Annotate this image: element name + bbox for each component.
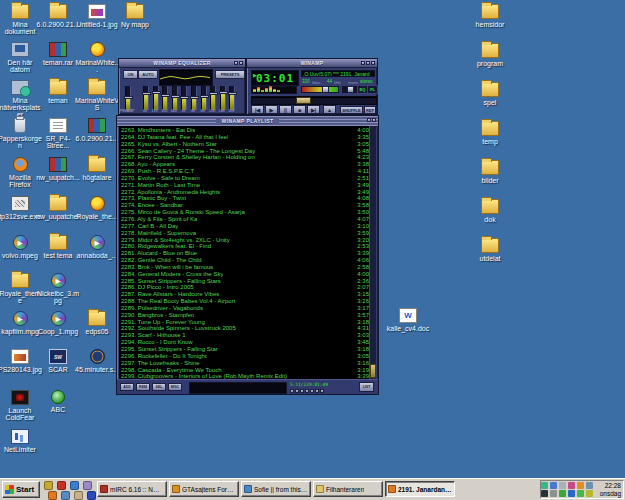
shade-icon[interactable] [234,61,238,65]
taskbar-button-2191-janardana-i-o[interactable]: 2191. Janardana - I.O... [385,481,455,497]
playlist-titlebar-buttons[interactable] [367,118,376,122]
eq-band-slider-1K[interactable] [181,86,187,110]
eq-band-slider-600[interactable] [172,86,178,110]
playlist-mini-controls[interactable] [290,389,324,393]
main-titlebar[interactable]: WINAMP [247,59,377,68]
taskbar-button-filhanteraren[interactable]: Filhanteraren [313,481,383,497]
tray-icon-8[interactable] [550,490,557,497]
eq-on-button[interactable]: ON [123,70,138,79]
eq-band-slider-3K[interactable] [191,86,197,110]
tray-icon-5[interactable] [577,482,584,489]
quicklaunch-ie-icon[interactable] [70,481,79,490]
playlist-row-2265[interactable]: 2265. Kysu vs. Albert - Nothern Star3:05 [121,141,369,148]
seek-bar[interactable] [251,96,377,105]
quicklaunch-calendar-icon[interactable] [74,491,83,500]
eq-slider-thumb[interactable] [180,96,189,99]
eq-presets-button[interactable]: PRESETS [215,70,245,79]
desktop-icon-nw-uupatcher[interactable]: nw_uupatcher [36,196,80,220]
playlist-row-2291[interactable]: 2291. Tune Up - Forever Young3:18 [121,319,369,326]
previous-button[interactable]: |◀ [251,105,264,114]
playlist-row-2292[interactable]: 2292. Southside Spinners - Luvstruck 200… [121,325,369,332]
tray-icon-12[interactable] [586,490,593,497]
winamp-main-window[interactable]: WINAMP 03:01 ▶ .O.Uuv(5:07) *** 2191. Ja… [246,58,378,115]
balance-thumb[interactable] [347,86,354,93]
tray-icon-9[interactable] [559,490,566,497]
winamp-equalizer-window[interactable]: WINAMP EQUALIZER ON AUTO PRESETS PREAMP6… [118,58,246,115]
playlist-row-2271[interactable]: 2271. Martin Roth - Last Time3:49 [121,182,369,189]
playlist-list-button[interactable]: LIST [359,382,374,392]
playlist-row-2266[interactable]: 2266. Sean Callery - 24 Theme - The Long… [121,148,369,155]
eject-button[interactable]: ▲ [323,105,336,114]
spectrum-visualizer[interactable] [251,86,297,94]
pause-button[interactable]: || [279,105,292,114]
close-icon[interactable] [371,61,375,65]
playlist-row-2278[interactable]: 2278. Mainfield - Supernova3:59 [121,230,369,237]
desktop-icon-abc[interactable]: ABC [36,390,80,413]
eq-slider-thumb[interactable] [190,96,199,99]
desktop-icon-royale-the[interactable]: Royale_the... [75,196,119,220]
playlist-row-2287[interactable]: 2287. Rave Allstars - Hardcore Vibes3:15 [121,291,369,298]
playlist-row-2264[interactable]: 2264. DJ Tatana feat. Pee - All that I f… [121,134,369,141]
tray-icon-2[interactable] [550,482,557,489]
playlist-row-2274[interactable]: 2274. Encee - Sandbar3:58 [121,202,369,209]
desktop-icon-sr-p4-stree[interactable]: SR_P4-Stree... [36,118,80,149]
playlist-row-2277[interactable]: 2277. Carl B - All Day3:10 [121,223,369,230]
playlist-row-2297[interactable]: 2297. The Lovefreaks - Shine3:16 [121,360,369,367]
seek-thumb[interactable] [296,97,311,104]
playlist-row-2284[interactable]: 2284. General Moders - Cross the Sky4:00 [121,271,369,278]
playlist-row-2269[interactable]: 2269. Push - R.E.S.P.E.C.T4:11 [121,168,369,175]
quicklaunch-folder-icon[interactable] [61,491,70,500]
desktop-icon-6-0-2900-21[interactable]: 6.0.2900.21... [36,4,80,28]
repeat-button[interactable]: REP [364,106,376,114]
playlist-rem-button[interactable]: REM [136,383,150,391]
eq-slider-thumb[interactable] [228,92,237,95]
eq-slider-thumb[interactable] [209,92,218,95]
quicklaunch-diamond-icon[interactable] [83,481,92,490]
shade-icon[interactable] [366,61,370,65]
equalizer-titlebar-buttons[interactable] [234,61,243,65]
desktop-icon-h-gtalare[interactable]: högtalare [75,157,119,181]
desktop-icon-netlimiter[interactable]: NetLimiter [0,429,42,453]
quicklaunch-n-icon[interactable] [87,491,96,500]
close-icon[interactable] [372,118,376,122]
playlist-scrollbar[interactable] [369,126,376,380]
tray-clock[interactable]: 22:28 onsdag [596,482,623,498]
equalizer-titlebar[interactable]: WINAMP EQUALIZER [119,59,245,68]
eq-preamp-slider[interactable] [125,86,131,110]
desktop-icon-marinawhitevs[interactable]: MarinaWhiteVS [75,80,119,111]
minimize-icon[interactable] [361,61,365,65]
desktop-icon-6-0-2900-21[interactable]: 6.0.2900.21... [75,118,119,142]
playlist-row-2268[interactable]: 2268. Ayu - Appears3:38 [121,161,369,168]
eq-slider-thumb[interactable] [161,94,170,97]
desktop-icon-coop-1-mpg[interactable]: ▶Coop_1.mpg [36,311,80,335]
stop-button[interactable]: ■ [293,105,306,114]
playlist-row-2279[interactable]: 2279. Midor & Six4eight vs. 2XLC - Unity… [121,237,369,244]
playlist-row-2295[interactable]: 2295. Sunset Strippers - Falling Star3:1… [121,346,369,353]
eq-slider-thumb[interactable] [200,95,209,98]
time-display[interactable]: 03:01 [251,70,299,86]
eq-band-slider-6K[interactable] [201,86,207,110]
tray-icon-6[interactable] [586,482,593,489]
desktop-icon-nw-uupatch[interactable]: nw_uupatch... [36,157,80,181]
tray-icon-4[interactable] [568,482,575,489]
taskbar-button-sofie-from-this-momen[interactable]: Sofie || from this momen... [241,481,311,497]
desktop-icon-ny-mapp[interactable]: Ny mapp [113,4,157,28]
next-button[interactable]: ▶| [307,105,320,114]
playlist-row-2290[interactable]: 2290. Bangbros - Stampfen3:57 [121,312,369,319]
desktop-icon-scar[interactable]: SWSCAR [36,349,80,373]
desktop-icon-utdelat[interactable]: utdelat [468,238,512,262]
playlist-row-2286[interactable]: 2286. DJ Picco - Intro 20052:07 [121,284,369,291]
playlist-row-2289[interactable]: 2289. Pulsedriver - Vagabonds3:17 [121,305,369,312]
desktop-icon-kalle-cv4-doc[interactable]: Wkalle_cv4.doc [386,308,430,332]
playlist-row-2273[interactable]: 2273. Plastic Boy - Twixt4:08 [121,195,369,202]
playlist-row-2283[interactable]: 2283. Bmk - When will i be famous2:58 [121,264,369,271]
eq-auto-button[interactable]: AUTO [138,70,158,79]
playlist-sel-button[interactable]: SEL [152,383,166,391]
desktop-icon-bilder[interactable]: bilder [468,160,512,184]
desktop-icon-marinawhite[interactable]: MarinaWhite... [75,42,119,73]
desktop-icon-test-tema[interactable]: test tema [36,235,80,259]
desktop-icon-edps05[interactable]: edps05 [75,311,119,335]
desktop-icon-teman[interactable]: teman [36,80,80,104]
eq-slider-thumb[interactable] [142,92,151,95]
playlist-row-2281[interactable]: 2281. Alucard - Blue on Blue3:39 [121,250,369,257]
